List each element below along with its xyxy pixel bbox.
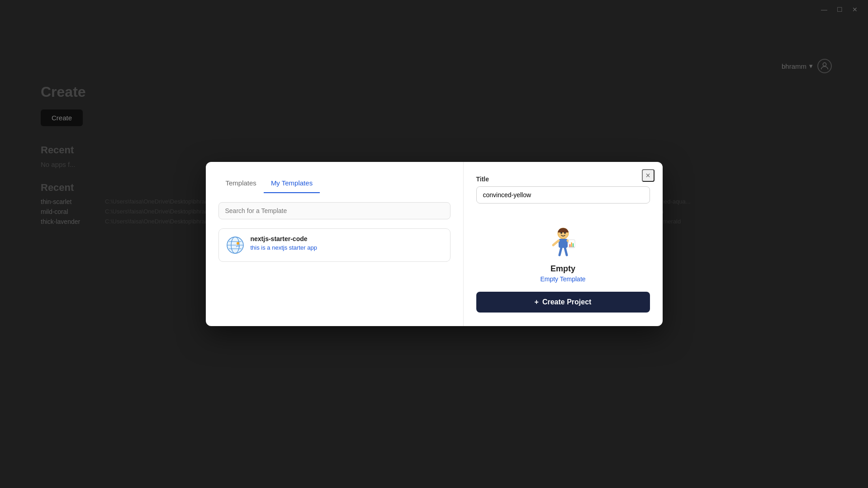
modal-right-panel: Title	[464, 162, 663, 326]
modal-overlay: × Templates My Templates	[0, 0, 868, 488]
svg-line-13	[560, 248, 561, 255]
svg-rect-10	[559, 239, 568, 248]
template-info: nextjs-starter-code this is a nextjs sta…	[251, 235, 444, 251]
template-card-nextjs[interactable]: nextjs-starter-code this is a nextjs sta…	[218, 228, 451, 262]
template-description: this is a nextjs starter app	[251, 244, 444, 251]
app-background: — ☐ ✕ bhramm ▾ Create Create Recent No a…	[0, 0, 868, 488]
title-label: Title	[476, 175, 650, 183]
plus-icon: +	[535, 298, 539, 306]
template-icon	[225, 235, 245, 255]
modal-left-panel: Templates My Templates	[206, 162, 464, 326]
search-input[interactable]	[218, 202, 451, 219]
tab-bar: Templates My Templates	[218, 175, 451, 193]
svg-rect-17	[571, 242, 572, 247]
modal-dialog: × Templates My Templates	[206, 162, 663, 326]
empty-template-icon	[545, 223, 581, 260]
svg-point-6	[237, 242, 239, 245]
create-project-button[interactable]: + Create Project	[476, 292, 650, 313]
selected-template-display: Empty Empty Template	[476, 214, 650, 292]
template-name: nextjs-starter-code	[251, 235, 444, 242]
svg-rect-18	[573, 243, 574, 247]
tab-templates[interactable]: Templates	[218, 175, 264, 193]
svg-point-9	[564, 232, 566, 234]
svg-line-14	[565, 248, 567, 255]
selected-template-name: Empty	[550, 264, 575, 274]
close-modal-button[interactable]: ×	[642, 169, 655, 182]
selected-template-desc: Empty Template	[540, 275, 585, 283]
create-project-label: Create Project	[542, 298, 592, 306]
title-input[interactable]	[476, 186, 650, 204]
tab-my-templates[interactable]: My Templates	[264, 175, 320, 193]
svg-line-11	[553, 241, 559, 245]
svg-rect-16	[569, 244, 570, 247]
svg-point-8	[560, 232, 562, 234]
